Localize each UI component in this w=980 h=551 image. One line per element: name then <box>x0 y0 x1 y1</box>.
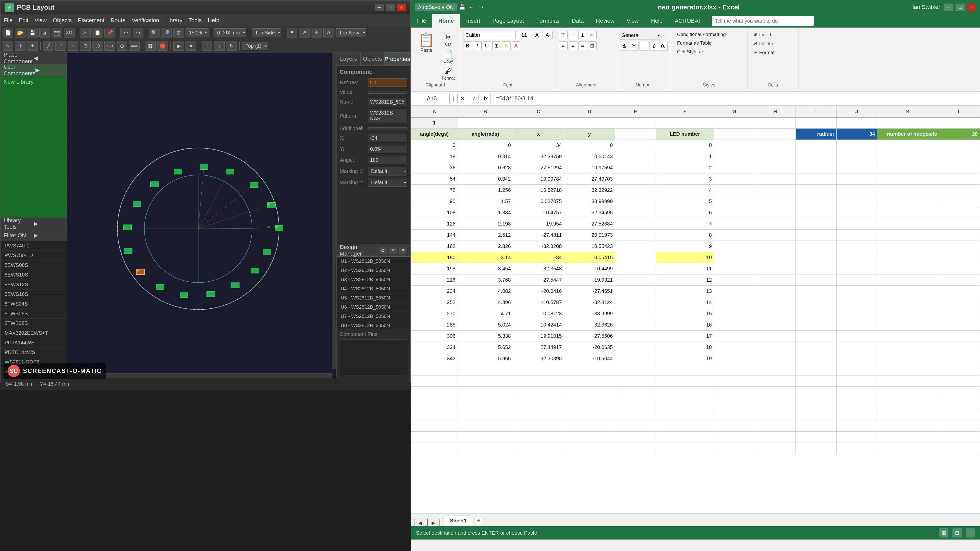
cell-K23[interactable] <box>877 364 939 375</box>
cell-B30[interactable] <box>458 443 513 454</box>
toolbar2-mirror[interactable]: ↔ <box>202 41 212 51</box>
delete-cells-btn[interactable]: ⊖ Delete <box>751 40 795 48</box>
col-header-A[interactable]: A <box>411 106 458 118</box>
cell-A27[interactable] <box>411 409 458 421</box>
cell-H24[interactable] <box>755 375 795 387</box>
cell-I18[interactable] <box>795 308 836 319</box>
cell-I11[interactable] <box>795 230 836 241</box>
cell-K9[interactable] <box>877 207 939 218</box>
cell-H21[interactable] <box>755 342 795 353</box>
cell-G25[interactable] <box>714 387 755 398</box>
prop-additional-value[interactable] <box>368 127 407 130</box>
pcb-menu-view[interactable]: View <box>35 17 46 24</box>
toolbar-cut[interactable]: ✂ <box>80 28 91 38</box>
cell-L23[interactable] <box>939 364 980 375</box>
cell-E6[interactable] <box>615 173 656 185</box>
dm-item[interactable]: U5 - WS2812B_5050N <box>337 293 410 303</box>
comma-btn[interactable]: , <box>640 42 648 51</box>
cell-J24[interactable] <box>836 375 877 387</box>
dm-settings-icon[interactable]: ⚙ <box>379 247 387 254</box>
cell-K26[interactable] <box>877 398 939 409</box>
pcb-menu-objects[interactable]: Objects <box>53 17 72 24</box>
pcb-menu-placement[interactable]: Placement <box>78 17 104 24</box>
list-item[interactable]: 8TWS04S <box>0 299 67 309</box>
cell-D16[interactable]: -27.4651 <box>564 286 615 297</box>
toolbar-paste[interactable]: 📌 <box>104 28 115 38</box>
italic-button[interactable]: I <box>473 41 482 50</box>
format-painter-button[interactable]: 🖌Format <box>440 66 457 82</box>
list-item[interactable]: PDTC144WS <box>0 348 67 357</box>
number-format-select[interactable]: General <box>620 30 661 40</box>
col-header-C[interactable]: C <box>513 106 564 118</box>
cell-J18[interactable] <box>836 308 877 319</box>
cell-I26[interactable] <box>795 398 836 409</box>
insert-cells-btn[interactable]: ⊕ Insert <box>751 30 795 38</box>
cell-L25[interactable] <box>939 387 980 398</box>
cell-G23[interactable] <box>714 364 755 375</box>
cell-J7[interactable] <box>836 185 877 196</box>
list-item[interactable]: 8TWS08S <box>0 319 67 328</box>
cell-B15[interactable]: 3.768 <box>458 275 513 286</box>
cell-I20[interactable] <box>795 330 836 342</box>
cell-L8[interactable] <box>939 196 980 207</box>
cell-L30[interactable] <box>939 443 980 454</box>
cell-E21[interactable] <box>615 342 656 353</box>
cell-A3[interactable]: 0 <box>411 140 458 151</box>
toolbar-undo[interactable]: ↩ <box>121 28 131 38</box>
cell-G21[interactable] <box>714 342 755 353</box>
align-center-btn[interactable]: ≡ <box>569 41 577 50</box>
toolbar2-keepout[interactable]: ⛔ <box>157 41 168 51</box>
cell-C19[interactable]: 10.42414 <box>513 319 564 330</box>
cell-C9[interactable]: -10.4757 <box>513 207 564 218</box>
cell-E4[interactable] <box>615 151 656 162</box>
cell-G17[interactable] <box>714 297 755 308</box>
cell-A14[interactable]: 198 <box>411 263 458 275</box>
cell-H17[interactable] <box>755 297 795 308</box>
cell-L11[interactable] <box>939 230 980 241</box>
cell-K22[interactable] <box>877 353 939 364</box>
cell-C4[interactable]: 32.33759 <box>513 151 564 162</box>
bold-button[interactable]: B <box>463 41 472 50</box>
cell-H1[interactable] <box>755 118 795 129</box>
cell-E25[interactable] <box>615 387 656 398</box>
cell-L28[interactable] <box>939 421 980 432</box>
cell-D11[interactable]: 20.01973 <box>564 230 615 241</box>
pcb-maximize-btn[interactable]: □ <box>386 4 395 11</box>
cell-B12[interactable]: 2.826 <box>458 241 513 252</box>
cell-G19[interactable] <box>714 319 755 330</box>
cell-J16[interactable] <box>836 286 877 297</box>
cell-A25[interactable] <box>411 387 458 398</box>
cell-J17[interactable] <box>836 297 877 308</box>
dm-filter-icon[interactable]: ▼ <box>399 247 407 254</box>
cell-L13[interactable] <box>939 252 980 263</box>
cell-E19[interactable] <box>615 319 656 330</box>
cell-H20[interactable] <box>755 330 795 342</box>
cell-G24[interactable] <box>714 375 755 387</box>
cell-E20[interactable] <box>615 330 656 342</box>
cell-J8[interactable] <box>836 196 877 207</box>
cell-G1[interactable] <box>714 118 755 129</box>
cell-E26[interactable] <box>615 398 656 409</box>
currency-btn[interactable]: $ <box>620 42 629 51</box>
cell-F15[interactable]: 12 <box>655 275 714 286</box>
cell-E23[interactable] <box>615 364 656 375</box>
cell-J20[interactable] <box>836 330 877 342</box>
toolbar-new[interactable]: 📄 <box>3 28 13 38</box>
cell-E9[interactable] <box>615 207 656 218</box>
cell-J21[interactable] <box>836 342 877 353</box>
cell-C29[interactable] <box>513 432 564 443</box>
conditional-formatting-btn[interactable]: Conditional Formatting <box>674 30 744 38</box>
cell-G15[interactable] <box>714 275 755 286</box>
list-item[interactable]: 8TWS06S <box>0 309 67 319</box>
font-name-input[interactable] <box>463 30 514 39</box>
pcb-menu-route[interactable]: Route <box>110 17 126 24</box>
cell-B9[interactable]: 1.884 <box>458 207 513 218</box>
cell-A21[interactable]: 324 <box>411 342 458 353</box>
format-cells-btn[interactable]: ⊟ Format <box>751 48 795 56</box>
cell-C1[interactable] <box>513 118 564 129</box>
cell-L6[interactable] <box>939 173 980 185</box>
ribbon-tab-formulas[interactable]: Formulas <box>530 14 566 27</box>
cell-E1[interactable] <box>615 118 656 129</box>
cell-I3[interactable] <box>795 140 836 151</box>
cell-G3[interactable] <box>714 140 755 151</box>
